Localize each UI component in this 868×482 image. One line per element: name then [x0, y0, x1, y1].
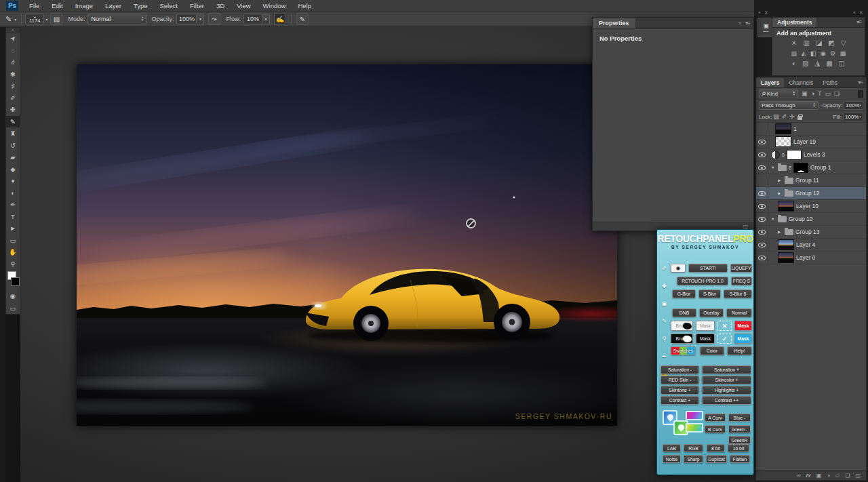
color-button[interactable]: Color [700, 346, 724, 355]
layer-name[interactable]: Layer 0 [796, 254, 815, 261]
white-mask-button[interactable]: Mask [696, 321, 715, 331]
opacity-input[interactable]: 100% [176, 14, 197, 24]
exposure-icon[interactable]: ◩ [828, 39, 834, 47]
spot-healing-tool[interactable]: ✚ [6, 104, 20, 116]
new-group-icon[interactable]: ▱ [835, 473, 840, 479]
lock-position-icon[interactable]: ✛ [789, 113, 795, 120]
layer-row[interactable]: Levels 3 [756, 148, 866, 161]
filter-pixel-layers-icon[interactable]: ▣ [802, 90, 808, 97]
layer-row[interactable]: Layer 10 [756, 200, 866, 213]
filter-switch[interactable] [858, 90, 863, 98]
lab-button[interactable]: LAB [663, 444, 681, 452]
layer-blend-mode-select[interactable]: Pass Through [759, 101, 818, 110]
hue-saturation-icon[interactable]: ▤ [791, 49, 797, 57]
expander-icon[interactable] [778, 230, 783, 234]
layer-name[interactable]: Group 1 [810, 164, 831, 171]
discard-mask-button[interactable]: ✕ [717, 321, 732, 331]
levels-icon[interactable]: ▥ [803, 39, 809, 47]
black-brush-button[interactable]: Brush [671, 334, 693, 344]
type-tool[interactable]: T [6, 211, 20, 223]
layer-row[interactable]: 1 [756, 123, 866, 136]
lasso-tool[interactable]: ∂ [6, 56, 20, 68]
panel-grip[interactable] [6, 28, 20, 33]
lock-pixels-icon[interactable]: ✐ [782, 113, 787, 120]
tab-adjustments[interactable]: Adjustments [772, 18, 816, 27]
tool-preset-picker[interactable]: ✎ ▾ [4, 15, 18, 24]
posterize-icon[interactable]: ▨ [802, 60, 808, 67]
invert-icon[interactable]: ◐ [792, 60, 796, 67]
color-lookup-icon[interactable]: ▦ [840, 49, 846, 57]
shape-tool[interactable]: ▭ [6, 235, 20, 247]
expander-icon[interactable] [771, 217, 776, 221]
help-button[interactable]: Help! [727, 346, 752, 355]
layer-name[interactable]: Group 12 [795, 190, 819, 197]
normal-button[interactable]: Normal [726, 308, 752, 317]
expander-icon[interactable] [778, 191, 783, 195]
airbrush-toggle[interactable]: ✍ [274, 13, 286, 25]
curves-icon[interactable]: ◪ [816, 39, 822, 47]
b-curv-button[interactable]: B Curv [705, 425, 726, 433]
eraser-tool[interactable]: ▰ [6, 151, 20, 163]
selective-color-icon[interactable]: ▩ [826, 60, 832, 67]
adjustment-layer-icon[interactable] [771, 150, 780, 159]
menu-image[interactable]: Image [69, 0, 99, 11]
layer-opacity-input[interactable]: 100% [844, 101, 863, 110]
dodge-tool[interactable]: ◐ [6, 187, 20, 199]
menu-edit[interactable]: Edit [45, 0, 68, 11]
layer-thumbnail[interactable] [775, 136, 791, 147]
brush-tool[interactable]: ✎ [6, 116, 20, 128]
8bit-button[interactable]: 8 bit [707, 444, 725, 452]
layer-name[interactable]: 1 [793, 125, 797, 132]
expander-icon[interactable] [771, 165, 776, 169]
menu-3d[interactable]: 3D [210, 0, 231, 11]
layer-row[interactable]: Layer 19 [756, 136, 866, 148]
visibility-toggle[interactable] [756, 226, 768, 238]
photo-filter-icon[interactable]: ◉ [821, 49, 826, 57]
red-mask-button[interactable]: Mask [734, 321, 752, 331]
quick-mask-toggle[interactable]: ◉ [6, 290, 20, 302]
highlights-plus-button[interactable]: Highlights + [702, 386, 751, 395]
layer-name[interactable]: Layer 10 [796, 203, 818, 209]
16bit-button[interactable]: 16 bit [728, 444, 749, 452]
flow-dropdown-button[interactable]: ▼ [262, 14, 270, 24]
close-icon[interactable]: ✕ [859, 10, 863, 16]
rgb-button[interactable]: RGB [684, 444, 703, 452]
layer-mask-thumbnail[interactable] [787, 150, 802, 160]
skincolor-plus-button[interactable]: Skincolor + [702, 376, 751, 384]
panel-menu-icon[interactable] [745, 20, 750, 26]
quick-selection-tool[interactable]: ✱ [6, 68, 20, 81]
dnb-button[interactable]: DNB [672, 308, 696, 317]
filter-type-layers-icon[interactable]: T [818, 90, 822, 97]
g-blur-button[interactable]: G-Blur [672, 289, 696, 298]
greenr-button[interactable]: GreenR [728, 436, 751, 444]
background-color-swatch[interactable] [11, 277, 20, 286]
menu-file[interactable]: File [23, 0, 45, 11]
visibility-toggle[interactable] [756, 239, 768, 251]
visibility-toggle[interactable] [756, 174, 768, 186]
gradient-map-icon[interactable]: ◫ [839, 60, 845, 67]
a-curv-button[interactable]: A Curv [705, 414, 726, 422]
panel-menu-icon[interactable] [856, 19, 861, 25]
delete-layer-icon[interactable]: ◫ [855, 473, 861, 479]
noise-button[interactable]: Noise [663, 455, 681, 463]
s-blur-button[interactable]: S-Blur [698, 289, 721, 298]
visibility-toggle[interactable] [756, 252, 768, 264]
gradient-preset-b[interactable] [686, 423, 703, 433]
layer-name[interactable]: Group 10 [789, 216, 812, 222]
add-mask-icon[interactable]: ▣ [816, 473, 822, 479]
layer-row[interactable]: Layer 4 [756, 239, 866, 252]
tab-paths[interactable]: Paths [818, 78, 842, 87]
path-selection-tool[interactable]: ► [6, 222, 20, 235]
visibility-toggle[interactable] [756, 123, 768, 135]
tab-channels[interactable]: Channels [784, 78, 818, 87]
s-blur-8-button[interactable]: S-Blur 8 [724, 289, 752, 298]
saturation-minus-button[interactable]: Saturation - [660, 365, 699, 374]
elliptical-marquee-tool[interactable]: ◌ [6, 45, 20, 57]
menu-help[interactable]: Help [292, 0, 317, 11]
apply-mask-button[interactable]: ✓ [717, 334, 732, 344]
layer-row[interactable]: Group 13 [756, 226, 866, 239]
expander-icon[interactable] [778, 178, 783, 182]
tablet-opacity-toggle[interactable]: ✑ [208, 13, 220, 25]
layer-row[interactable]: Group 11 [756, 174, 866, 187]
menu-type[interactable]: Type [127, 0, 154, 11]
